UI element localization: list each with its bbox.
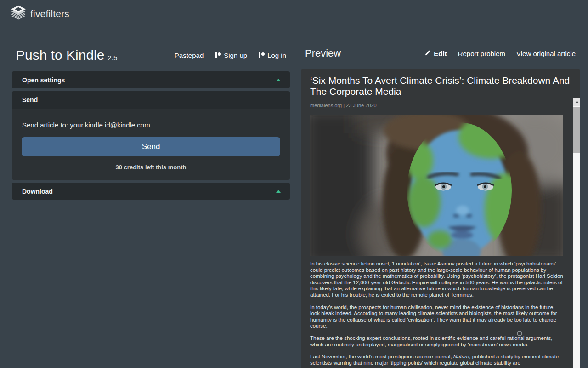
preview-header: Preview Edit Report problem View origina… [305,47,576,59]
top-nav: Pastepad Sign up Log in [175,52,286,59]
scrollbar-thumb[interactable] [573,107,580,153]
app-version: 2.5 [107,54,117,63]
download-panel-label: Download [22,188,53,195]
nav-login-label: Log in [267,52,286,59]
view-original-label: View original article [516,50,576,58]
fivefilters-logo-icon [10,5,27,23]
nav-pastepad-label: Pastepad [175,52,204,59]
send-panel-body: Send article to: your.kindle.id@kindle.c… [12,109,290,180]
signup-flag-icon [215,52,221,58]
preview-heading: Preview [305,47,341,59]
nav-pastepad[interactable]: Pastepad [175,52,204,59]
open-settings-label: Open settings [22,76,65,84]
article-paragraph: Last November, the world’s most prestigi… [310,354,564,366]
scrollbar-up-button[interactable] [573,98,580,106]
send-to-address-label: Send article to: your.kindle.id@kindle.c… [22,121,150,129]
preview-scrollbar[interactable] [573,98,580,368]
download-panel-toggle[interactable]: Download [12,183,290,200]
article-body: In his classic science fiction novel, ‘F… [310,261,564,366]
send-button[interactable]: Send [22,137,280,156]
preview-actions: Edit Report problem View original articl… [424,50,576,58]
article-title: ‘Six Months To Avert Climate Crisis’: Cl… [301,69,580,97]
nav-signup[interactable]: Sign up [215,52,247,59]
app-title-text: Push to Kindle [16,47,104,63]
article-paragraph: These are the shocking expert conclusion… [310,335,564,348]
fivefilters-logo-text: fivefilters [30,8,69,19]
page-title: Push to Kindle 2.5 [16,47,117,63]
paragraph-text: Last November, the world’s most prestigi… [310,354,453,359]
nav-login[interactable]: Log in [259,52,286,59]
cursor-indicator [517,331,522,336]
article-preview-panel: ‘Six Months To Avert Climate Crisis’: Cl… [301,69,580,368]
send-panel-header[interactable]: Send [12,91,290,109]
view-original-article-link[interactable]: View original article [516,50,576,58]
article-source-line: medialens.org | 23 June 2020 [310,103,573,108]
article-scroll-area[interactable]: medialens.org | 23 June 2020 [301,98,573,366]
report-problem-link[interactable]: Report problem [458,50,505,58]
fivefilters-logo[interactable]: fivefilters [10,5,69,23]
credits-remaining-label: 30 credits left this month [12,164,290,171]
nav-signup-label: Sign up [224,52,247,59]
pencil-icon [424,50,431,58]
paragraph-italic-text: Nature [453,354,469,359]
report-problem-label: Report problem [458,50,505,58]
article-image [310,115,563,256]
left-header: Push to Kindle 2.5 Pastepad Sign up Log … [16,47,286,63]
chevron-up-icon [276,190,281,193]
chevron-up-icon [276,79,281,81]
open-settings-toggle[interactable]: Open settings [12,71,290,88]
login-flag-icon [259,52,265,58]
edit-link[interactable]: Edit [424,50,447,58]
edit-link-label: Edit [434,50,447,58]
send-panel-label: Send [22,96,38,104]
article-paragraph: In today’s world, the prospects for huma… [310,305,564,329]
article-paragraph: In his classic science fiction novel, ‘F… [310,261,564,299]
